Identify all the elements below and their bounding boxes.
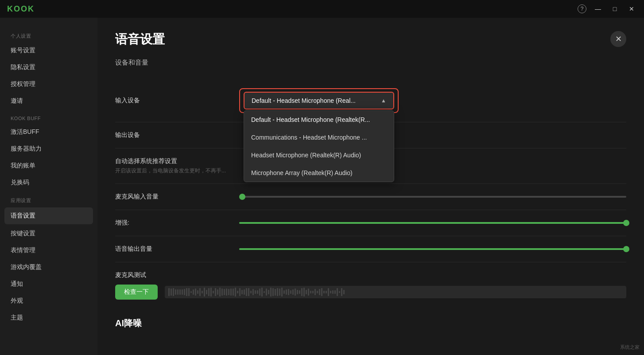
ai-section-title: AI降噪 [115, 308, 626, 329]
input-device-control: Default - Headset Microphone (Real... ▲ … [239, 88, 626, 113]
mic-volume-slider-container [239, 196, 626, 198]
maximize-button[interactable]: □ [609, 4, 620, 14]
device-volume-section-title: 设备和音量 [115, 59, 626, 70]
mic-test-controls: 检查一下 [115, 285, 626, 300]
window-controls: ? — □ ✕ [578, 4, 637, 14]
auto-select-label: 自动选择系统推荐设置 开启该设置后，当电脑设备发生更时，不再手... [115, 157, 239, 175]
help-icon[interactable]: ? [578, 4, 586, 13]
input-device-dropdown[interactable]: Default - Headset Microphone (Real... ▲ [244, 92, 394, 109]
voice-output-fill [239, 248, 626, 250]
boost-track[interactable] [239, 222, 626, 224]
boost-control [239, 222, 626, 224]
chevron-down-icon: ▲ [381, 98, 386, 104]
sidebar-item-voice[interactable]: 语音设置 [4, 207, 93, 224]
waveform-display [165, 286, 626, 298]
voice-output-volume-label: 语音输出音量 [115, 245, 239, 253]
voice-output-thumb[interactable] [623, 246, 629, 252]
voice-output-track[interactable] [239, 248, 626, 250]
sidebar-item-theme[interactable]: 主题 [0, 309, 97, 326]
dropdown-option-3[interactable]: Microphone Array (Realtek(R) Audio) [244, 164, 394, 182]
sidebar-item-emoji[interactable]: 表情管理 [0, 242, 97, 259]
titlebar: KOOK ? — □ ✕ [0, 0, 644, 18]
sidebar-item-appearance[interactable]: 外观 [0, 293, 97, 309]
sidebar-section-personal: 个人设置 [0, 27, 97, 42]
dropdown-option-0[interactable]: Default - Headset Microphone (Realtek(R.… [244, 111, 394, 129]
boost-slider-container [239, 222, 626, 224]
sidebar-item-activate-buff[interactable]: 激活BUFF [0, 124, 97, 140]
boost-label: 增强: [115, 219, 239, 227]
input-device-row: 输入设备 Default - Headset Microphone (Real.… [115, 79, 626, 122]
mic-test-row: 麦克风测试 检查一下 [115, 262, 626, 308]
boost-row: 增强: [115, 210, 626, 236]
mic-test-label: 麦克风测试 [115, 271, 626, 279]
voice-output-volume-row: 语音输出音量 [115, 236, 626, 262]
sidebar-item-invite[interactable]: 邀请 [0, 93, 97, 109]
sidebar-item-my-bill[interactable]: 我的账单 [0, 157, 97, 174]
page-title: 语音设置 [115, 31, 626, 48]
sidebar-item-game-overlay[interactable]: 游戏内覆盖 [0, 259, 97, 276]
sidebar-item-account[interactable]: 账号设置 [0, 42, 97, 59]
app-body: 个人设置 账号设置 隐私设置 授权管理 邀请 KOOK BUFF 激活BUFF … [0, 0, 644, 355]
sidebar-item-server-assist[interactable]: 服务器助力 [0, 140, 97, 157]
mic-volume-row: 麦克风输入音量 [115, 184, 626, 210]
mic-volume-thumb[interactable] [239, 194, 245, 200]
app-logo: KOOK [7, 4, 35, 14]
sidebar-section-app: 应用设置 [0, 191, 97, 207]
mic-test-button[interactable]: 检查一下 [115, 285, 158, 300]
mic-volume-control [239, 196, 626, 198]
mic-volume-track[interactable] [239, 196, 626, 198]
boost-fill [239, 222, 626, 224]
sidebar-item-auth[interactable]: 授权管理 [0, 76, 97, 93]
output-device-label: 输出设备 [115, 131, 239, 139]
page-close-button[interactable]: ✕ [610, 31, 626, 47]
input-device-dropdown-menu: Default - Headset Microphone (Realtek(R.… [244, 110, 394, 182]
watermark: 系统之家 [620, 344, 640, 351]
input-device-dropdown-wrapper: Default - Headset Microphone (Real... ▲ … [244, 92, 394, 109]
boost-thumb[interactable] [623, 220, 629, 226]
sidebar-section-kook-buff: KOOK BUFF [0, 109, 97, 124]
input-device-label: 输入设备 [115, 97, 239, 105]
voice-output-slider-container [239, 248, 626, 250]
sidebar-item-redeem[interactable]: 兑换码 [0, 174, 97, 191]
sidebar-item-notification[interactable]: 通知 [0, 276, 97, 293]
mic-volume-label: 麦克风输入音量 [115, 193, 239, 201]
minimize-button[interactable]: — [593, 4, 603, 14]
window-close-button[interactable]: ✕ [626, 4, 637, 14]
dropdown-option-2[interactable]: Headset Microphone (Realtek(R) Audio) [244, 146, 394, 164]
sidebar-item-keybind[interactable]: 按键设置 [0, 225, 97, 242]
main-content: ✕ 语音设置 设备和音量 输入设备 Default - Headset Micr… [97, 18, 644, 355]
voice-output-volume-control [239, 248, 626, 250]
dropdown-option-1[interactable]: Communications - Headset Microphone ... [244, 129, 394, 146]
sidebar: 个人设置 账号设置 隐私设置 授权管理 邀请 KOOK BUFF 激活BUFF … [0, 18, 97, 355]
sidebar-item-privacy[interactable]: 隐私设置 [0, 59, 97, 76]
